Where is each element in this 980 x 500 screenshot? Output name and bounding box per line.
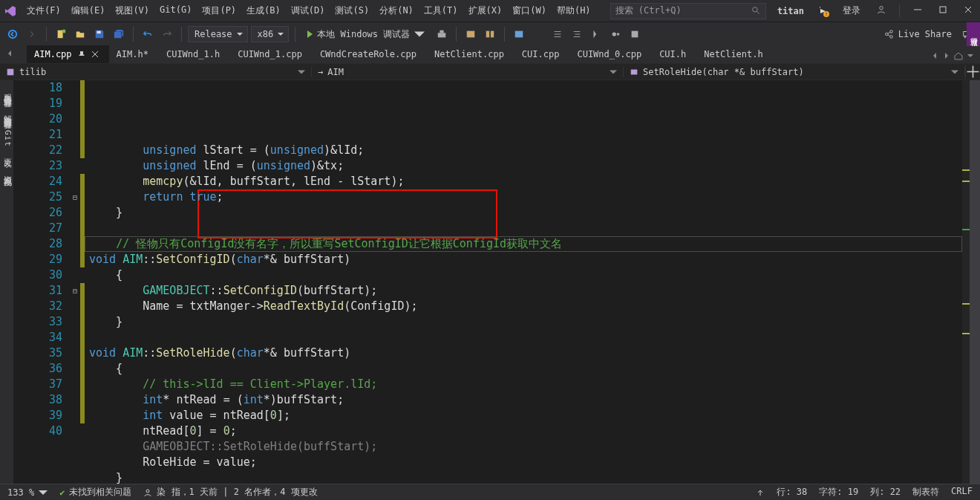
solution-name[interactable]: titan [774,4,807,18]
close-icon[interactable] [91,51,99,58]
menu-item[interactable]: 文件(F) [22,1,65,20]
titlebar: 文件(F)编辑(E)视图(V)Git(G)项目(P)生成(B)调试(D)测试(S… [0,0,980,22]
separator [456,27,457,42]
svg-rect-19 [515,31,523,38]
toolwindow-tab[interactable]: 服务器资源管理器 [0,83,13,98]
nav-back-button[interactable] [4,26,21,42]
document-tab-label: AIM.cpp [34,49,72,59]
pin-icon[interactable] [78,51,85,58]
tabwell-home-icon[interactable] [953,51,964,63]
document-tab[interactable]: NetClient.cpp [427,45,514,63]
tb-icon-1[interactable] [463,26,479,42]
svg-rect-15 [440,30,444,33]
glyph-margin [13,80,39,484]
tb-icon-9[interactable] [627,26,643,42]
admin-badge: 管理员 [967,22,980,46]
save-button[interactable] [91,26,108,42]
tab-scroll-left-icon[interactable] [4,48,15,61]
menu-item[interactable]: 窗口(W) [508,1,551,20]
document-tab[interactable]: AIM.h* [109,45,159,63]
menu-item[interactable]: 扩展(X) [464,1,507,20]
toolwindow-tab[interactable]: 解决方案资源管理器 [0,104,13,120]
tabwell-next-icon[interactable] [941,51,952,63]
overview-ruler[interactable] [962,80,970,484]
tb-icon-5[interactable] [549,26,566,42]
menu-item[interactable]: 帮助(H) [552,1,595,20]
document-tab[interactable]: CUIWnd_1.cpp [230,45,313,63]
tb-icon-2[interactable] [482,26,498,42]
document-tab[interactable]: AIM.cpp [27,45,109,63]
tb-icon-3[interactable] [511,26,527,42]
nav-member-combo[interactable]: SetRoleHide(char *& buffStart) [624,67,965,77]
liveshare-button[interactable]: Live Share [883,29,952,39]
tb-icon-8[interactable] [607,26,624,42]
svg-point-21 [617,33,620,36]
tb-icon-6[interactable] [569,26,585,42]
separator [181,27,182,42]
svg-marker-0 [5,6,16,16]
nav-project-combo[interactable]: tilib [0,67,312,77]
document-tab-label: CWndCreateRole.cpp [320,49,416,59]
menu-item[interactable]: 调试(D) [287,1,330,20]
svg-point-10 [9,30,17,39]
document-tab[interactable]: CUI.h [652,45,696,63]
menu-item[interactable]: 测试(S) [330,1,373,20]
toolwindow-tab[interactable]: Git 更改 [0,126,13,159]
tb-icon-7[interactable] [588,26,604,42]
code-editor[interactable]: 1819202122232425262728293031323334353637… [13,80,980,484]
window-restore-button[interactable] [935,4,950,18]
document-tab[interactable]: CWndCreateRole.cpp [313,45,427,63]
zoom-level[interactable]: 133 % [7,487,48,498]
config-combo[interactable]: Release [188,26,248,42]
document-tab[interactable]: CUI.cpp [514,45,570,63]
menu-item[interactable]: 工具(T) [419,1,463,20]
tabwell-prev-icon[interactable] [930,51,940,63]
separator [295,27,295,42]
tb-icon-4[interactable] [530,26,546,42]
svg-rect-30 [631,69,638,74]
document-tab[interactable]: CUIWnd_1.h [159,45,230,63]
svg-point-23 [885,33,888,36]
open-button[interactable] [72,26,88,42]
menu-item[interactable]: 分析(N) [375,1,418,20]
fold-margin[interactable]: ⊟⊟ [70,80,80,484]
svg-rect-18 [491,31,494,38]
signin-button[interactable]: 登录 [840,3,863,19]
attach-button[interactable] [434,26,450,42]
signin-avatar-icon[interactable] [874,4,889,18]
tabwell-menu-icon[interactable] [965,51,976,63]
separator [899,4,900,18]
menu-item[interactable]: Git(G) [155,1,196,20]
code-area[interactable]: unsigned lStart = (unsigned)&lId; unsign… [85,80,962,484]
undo-button[interactable] [140,26,156,42]
search-box[interactable]: 搜索 (Ctrl+Q) [610,3,766,19]
search-icon [751,6,761,16]
window-close-button[interactable] [961,4,976,18]
line-numbers: 1819202122232425262728293031323334353637… [39,80,70,484]
menu-item[interactable]: 项目(P) [197,1,241,20]
svg-text:!: ! [825,11,828,16]
platform-combo[interactable]: x86 [251,26,290,42]
saveall-button[interactable] [111,26,127,42]
liveshare-label: Live Share [898,29,952,39]
toolwindow-tab[interactable]: 资源视图 [0,165,13,177]
vertical-scrollbar[interactable] [970,80,980,484]
nav-split-button[interactable] [965,65,980,79]
window-minimize-button[interactable] [910,4,925,18]
document-tab[interactable]: NetClient.h [696,45,773,63]
menu-item[interactable]: 生成(B) [242,1,285,20]
svg-rect-13 [97,31,101,34]
svg-rect-17 [486,31,489,38]
left-toolwindow-tabs: 服务器资源管理器解决方案资源管理器Git 更改资源视图 [0,80,13,484]
toolbar-right: Live Share [883,26,976,42]
document-tab[interactable]: CUIWnd_0.cpp [569,45,652,63]
nav-scope-combo[interactable]: → AIM [312,67,624,77]
notifications-icon[interactable]: ! [817,5,829,17]
nav-fwd-button[interactable] [24,26,40,42]
menu-item[interactable]: 编辑(E) [67,1,110,20]
new-button[interactable] [53,26,69,42]
menu-item[interactable]: 视图(V) [111,1,154,20]
nav-scope-value: AIM [327,67,344,77]
start-debug-button[interactable]: 本地 Windows 调试器 [301,26,431,42]
redo-button[interactable] [159,26,175,42]
